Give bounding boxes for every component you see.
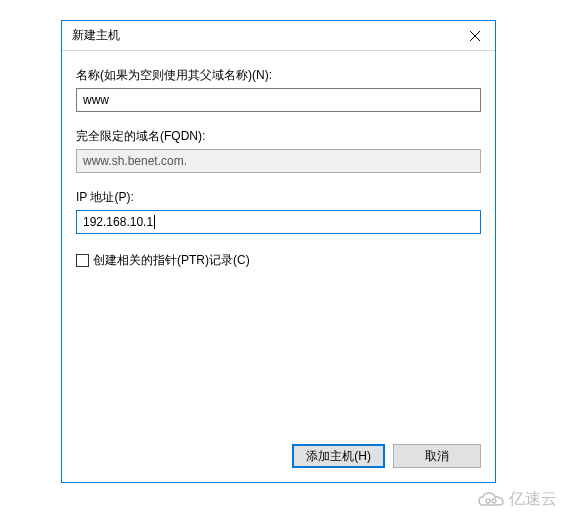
ip-label: IP 地址(P): [76, 189, 481, 206]
name-label: 名称(如果为空则使用其父域名称)(N): [76, 67, 481, 84]
button-row: 添加主机(H) 取消 [76, 432, 481, 482]
watermark-text: 亿速云 [509, 489, 557, 510]
svg-point-3 [492, 499, 496, 503]
close-button[interactable] [455, 21, 495, 51]
ip-input[interactable]: 192.168.10.1 [76, 210, 481, 234]
fqdn-input [76, 149, 481, 173]
ip-input-value: 192.168.10.1 [83, 215, 153, 229]
fqdn-label: 完全限定的域名(FQDN): [76, 128, 481, 145]
ptr-checkbox-row: 创建相关的指针(PTR)记录(C) [76, 252, 481, 269]
watermark: 亿速云 [477, 489, 557, 510]
dialog-body: 名称(如果为空则使用其父域名称)(N): 完全限定的域名(FQDN): IP 地… [62, 51, 495, 482]
titlebar: 新建主机 [62, 21, 495, 51]
ptr-checkbox-label[interactable]: 创建相关的指针(PTR)记录(C) [93, 252, 250, 269]
text-caret [154, 215, 155, 229]
svg-point-2 [486, 499, 490, 503]
add-host-button[interactable]: 添加主机(H) [292, 444, 385, 468]
close-icon [470, 31, 480, 41]
cloud-icon [477, 491, 505, 509]
name-input[interactable] [76, 88, 481, 112]
name-field-group: 名称(如果为空则使用其父域名称)(N): [76, 67, 481, 112]
ptr-checkbox[interactable] [76, 254, 89, 267]
cancel-button[interactable]: 取消 [393, 444, 481, 468]
dialog-title: 新建主机 [72, 27, 120, 44]
ip-field-group: IP 地址(P): 192.168.10.1 [76, 189, 481, 234]
new-host-dialog: 新建主机 名称(如果为空则使用其父域名称)(N): 完全限定的域名(FQDN):… [61, 20, 496, 483]
fqdn-field-group: 完全限定的域名(FQDN): [76, 128, 481, 173]
